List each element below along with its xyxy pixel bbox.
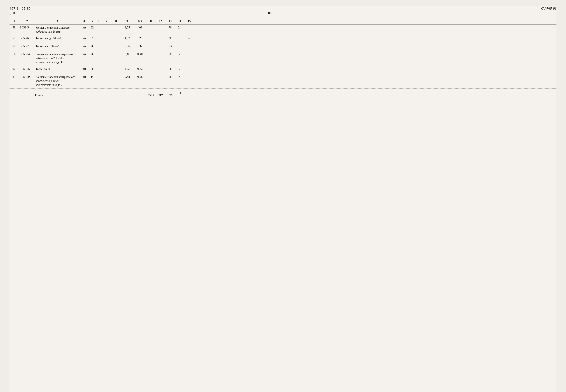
doc-number: 407-3-405-86 bbox=[10, 6, 31, 11]
row-col15: – bbox=[184, 52, 194, 56]
row-col10: 0,52 bbox=[134, 67, 146, 71]
row-col9: 5,86 bbox=[121, 44, 134, 48]
row-col14: 2 bbox=[175, 67, 184, 71]
row-col10: 0,26 bbox=[134, 75, 146, 79]
row-col10: I,08 bbox=[134, 26, 146, 29]
col-header-9: 9 bbox=[121, 19, 134, 23]
row-col15: – bbox=[184, 75, 194, 79]
row-unit: шт bbox=[80, 52, 89, 56]
row-col13: 9 bbox=[165, 36, 175, 40]
row-code: 8-I53-I5 bbox=[19, 67, 35, 71]
row-col9: I,02 bbox=[121, 67, 134, 71]
col-header-3: 3 bbox=[35, 19, 80, 23]
row-code: 8-I53-5 bbox=[19, 26, 35, 29]
row-col14: 5 bbox=[175, 44, 184, 48]
totals-col14: I9 5 bbox=[175, 92, 184, 99]
row-code: 8-I53-I4 bbox=[19, 52, 35, 56]
row-desc: Концевые заделки силового кабеля сеч.до … bbox=[35, 26, 80, 34]
col-header-2: 2 bbox=[19, 19, 35, 23]
row-col9: 0,8I bbox=[121, 52, 134, 56]
col-header-12: I2 bbox=[156, 19, 165, 23]
row-col13: 23 bbox=[165, 44, 175, 48]
row-qty: 2 bbox=[89, 36, 95, 40]
row-desc: Концевые заделки контрольного кабеля сеч… bbox=[35, 75, 80, 87]
totals-col11: 22I5 bbox=[146, 94, 156, 97]
row-num: 60. bbox=[10, 44, 19, 48]
row-code: 8-I53-6 bbox=[19, 36, 35, 40]
row-desc: Концевые заделки контрольного кабеля сеч… bbox=[35, 52, 80, 65]
table-row: 62. 8-I53-I5 То же, до I9 шт 4 I,02 0,52… bbox=[10, 66, 556, 74]
row-qty: I4 bbox=[89, 75, 95, 79]
col-header-15: I5 bbox=[184, 19, 194, 23]
row-num: 62. bbox=[10, 67, 19, 71]
row-col9: 4,57 bbox=[121, 36, 134, 40]
row-col9: 3,55 bbox=[121, 26, 134, 29]
row-col13: 78 bbox=[165, 26, 175, 29]
row-desc: То же, сеч. 150 мм² bbox=[35, 44, 80, 49]
row-num: 58. bbox=[10, 26, 19, 29]
row-col13: 3 bbox=[165, 52, 175, 56]
row-qty: 22 bbox=[89, 26, 95, 29]
row-code: 8-I53-I9 bbox=[19, 75, 35, 79]
totals-fraction-num: I9 bbox=[178, 92, 181, 96]
col-header-5: 5 bbox=[89, 19, 95, 23]
col-header-13: I3 bbox=[165, 19, 175, 23]
sub-header: (Ш) 89 bbox=[10, 11, 556, 15]
totals-col12: 7I2 bbox=[156, 94, 165, 97]
top-header: 407-3-405-86 СФ765-03 bbox=[10, 6, 556, 11]
row-unit: шт bbox=[80, 75, 89, 79]
col-header-8: 8 bbox=[111, 19, 121, 23]
row-col10: I,26 bbox=[134, 36, 146, 40]
row-col14: 24 bbox=[175, 26, 184, 29]
row-col10: 0,40 bbox=[134, 52, 146, 56]
col-header-1: I bbox=[10, 19, 19, 23]
row-unit: шт bbox=[80, 44, 89, 48]
page: 407-3-405-86 СФ765-03 (Ш) 89 I 2 3 4 5 6… bbox=[10, 6, 556, 392]
column-headers: I 2 3 4 5 6 7 8 9 IO II I2 I3 I4 I5 bbox=[10, 18, 556, 25]
row-col15: – bbox=[184, 26, 194, 29]
row-unit: шт bbox=[80, 36, 89, 40]
col-header-6: 6 bbox=[95, 19, 102, 23]
row-col9: 0,58 bbox=[121, 75, 134, 79]
row-col15: – bbox=[184, 36, 194, 40]
row-desc: То же, до I9 bbox=[35, 67, 80, 71]
table-row: 58. 8-I53-5 Концевые заделки силового ка… bbox=[10, 25, 556, 35]
table-row: 59. 8-I53-6 То же, сеч. до 70 мм² шт 2 4… bbox=[10, 35, 556, 43]
row-col10: I,37 bbox=[134, 44, 146, 48]
table-body: 58. 8-I53-5 Концевые заделки силового ка… bbox=[10, 25, 556, 88]
row-col13: 4 bbox=[165, 67, 175, 71]
row-qty: 4 bbox=[89, 52, 95, 56]
row-desc: То же, сеч. до 70 мм² bbox=[35, 36, 80, 41]
row-num: 6I. bbox=[10, 52, 19, 56]
table-row: 60. 8-I53-7 То же, сеч. 150 мм² шт 4 5,8… bbox=[10, 43, 556, 51]
doc-code: СФ765-03 bbox=[541, 6, 556, 11]
row-num: 63. bbox=[10, 75, 19, 79]
page-number: 89 bbox=[15, 11, 525, 15]
totals-fraction: I9 5 bbox=[175, 92, 184, 99]
row-col14: 4 bbox=[175, 75, 184, 79]
row-code: 8-I53-7 bbox=[19, 44, 35, 48]
table-row: 6I. 8-I53-I4 Концевые заделки контрольно… bbox=[10, 51, 556, 66]
row-qty: 4 bbox=[89, 44, 95, 48]
row-col14: 3 bbox=[175, 36, 184, 40]
row-unit: шт bbox=[80, 26, 89, 29]
col-header-4: 4 bbox=[80, 19, 89, 23]
col-header-10: IO bbox=[134, 19, 146, 23]
col-header-7: 7 bbox=[102, 19, 111, 23]
totals-fraction-den: 5 bbox=[179, 95, 181, 99]
col-header-11: II bbox=[146, 19, 156, 23]
section-roman: (Ш) bbox=[10, 11, 15, 15]
row-unit: шт bbox=[80, 67, 89, 71]
row-col13: 8 bbox=[165, 75, 175, 79]
col-header-14: I4 bbox=[175, 19, 184, 23]
table-row: 63. 8-I53-I9 Концевые заделки контрольно… bbox=[10, 74, 556, 88]
totals-label: Итого: bbox=[35, 94, 80, 97]
row-num: 59. bbox=[10, 36, 19, 40]
totals-row: Итого: 22I5 7I2 379 I9 5 bbox=[10, 90, 556, 100]
row-col14: 2 bbox=[175, 52, 184, 56]
row-qty: 4 bbox=[89, 67, 95, 71]
row-col15: – bbox=[184, 44, 194, 48]
totals-col13: 379 bbox=[165, 94, 175, 97]
